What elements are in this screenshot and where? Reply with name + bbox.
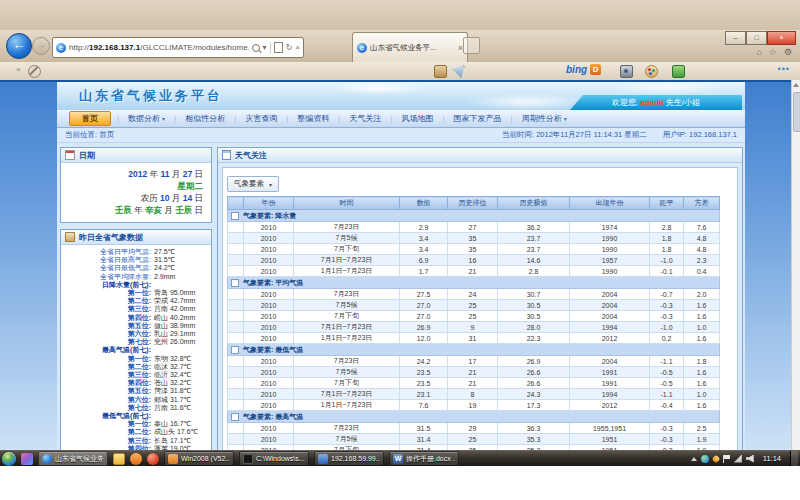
weather-label[interactable]: 第四位: [61, 379, 151, 387]
element-group-row[interactable]: 气象要素: 平均气温 [228, 277, 720, 289]
media-center-icon[interactable] [21, 453, 33, 465]
taskbar-window-ie[interactable]: 山东省气候业务... [38, 451, 108, 466]
weather-label[interactable]: 第一位: [61, 355, 151, 363]
puzzle-addon-icon[interactable] [672, 65, 685, 78]
chevron-down-icon[interactable]: ▾ [263, 43, 267, 52]
folder-icon[interactable] [113, 453, 125, 465]
nav-item-3[interactable]: 相似性分析 [176, 113, 234, 124]
nav-item-9[interactable]: 周期性分析▾ [513, 113, 576, 124]
nav-item-2[interactable]: 数据分析▾ [119, 113, 174, 124]
table-row[interactable]: 20107月1日~7月23日23.1824.31994-1.11.0 [228, 389, 720, 400]
weather-label[interactable]: 第一位: [61, 289, 151, 297]
weather-label[interactable]: 第六位: [61, 396, 151, 404]
table-row[interactable]: 20101月1日~7月23日7.61917.32012-0.41.6 [228, 400, 720, 411]
table-row[interactable]: 20107月下旬27.02530.52004-0.31.6 [228, 311, 720, 322]
nav-item-1[interactable]: 首页 [69, 111, 111, 126]
home-icon[interactable] [756, 47, 761, 57]
nav-item-7[interactable]: 风场地图 [392, 113, 442, 124]
net-tray-icon[interactable] [734, 455, 742, 463]
weather-label[interactable]: 全省平均降水量: [61, 273, 151, 281]
weather-label[interactable]: 第三位: [61, 305, 151, 313]
checkbox[interactable] [231, 212, 239, 220]
browser-tab[interactable]: 山东省气候业务平... [352, 32, 468, 63]
taskbar-window-word[interactable]: 操作手册.docx ... [389, 451, 459, 466]
table-row[interactable]: 20107月23日31.52936.31955,1951-0.32.5 [228, 423, 720, 434]
weather-label[interactable]: 第三位: [61, 371, 151, 379]
weather-label[interactable]: 第二位: [61, 363, 151, 371]
checkbox[interactable] [231, 413, 239, 421]
table-row[interactable]: 20107月1日~7月23日26.9928.01994-1.01.0 [228, 322, 720, 333]
compatibility-view-icon[interactable] [274, 42, 283, 53]
close-button[interactable] [767, 31, 796, 45]
url-text[interactable]: http://192.168.137.1/GLCCLIMATE/modules/… [69, 43, 249, 52]
table-row[interactable]: 20101月1日~7月23日1.7212.81990-0.10.4 [228, 266, 720, 277]
palette-icon[interactable] [645, 65, 658, 78]
element-group-row[interactable]: 气象要素: 最低气温 [228, 344, 720, 356]
taskbar-window-cmd[interactable]: C:\Windows\s... [239, 451, 309, 466]
weather-label[interactable]: 全省日平均气温: [61, 248, 151, 256]
blocked-content-icon[interactable] [28, 65, 41, 78]
settings-gear-icon[interactable] [784, 47, 792, 57]
taskbar-clock[interactable]: 11:14 [763, 454, 781, 463]
close-icon[interactable] [16, 65, 21, 74]
table-row[interactable]: 20101月1日~7月23日12.03122.320120.21.6 [228, 333, 720, 344]
search-icon[interactable] [252, 44, 260, 52]
taskbar-window-vm[interactable]: Win2008 (V52... [164, 451, 234, 466]
weather-label[interactable]: 第二位: [61, 297, 151, 305]
back-button[interactable] [6, 33, 32, 59]
wallet-icon[interactable] [434, 65, 447, 78]
more-options-icon[interactable] [778, 64, 790, 74]
weather-label[interactable]: 第四位: [61, 314, 151, 322]
checkbox[interactable] [231, 279, 239, 287]
weather-label[interactable]: 第七位: [61, 404, 151, 412]
weather-label[interactable]: 全省日最低气温: [61, 264, 151, 272]
show-desktop-button[interactable] [790, 451, 798, 467]
player-icon[interactable] [147, 453, 159, 465]
element-group-row[interactable]: 气象要素: 最高气温 [228, 411, 720, 423]
table-row[interactable]: 20107月23日24.21726.92004-1.11.8 [228, 356, 720, 367]
scroll-up-icon[interactable] [793, 83, 799, 87]
table-row[interactable]: 20107月5候31.42535.31951-0.31.9 [228, 434, 720, 445]
bing-logo[interactable]: bing [566, 64, 601, 75]
table-row[interactable]: 20107月5候3.43523.719901.84.8 [228, 233, 720, 244]
nav-item-4[interactable]: 灾害查询 [236, 113, 286, 124]
refresh-icon[interactable]: ↻ [286, 43, 293, 52]
table-row[interactable]: 20107月23日27.52430.72004-0.72.0 [228, 289, 720, 300]
up-tray-icon[interactable] [691, 457, 697, 461]
nav-item-8[interactable]: 国家下发产品 [445, 113, 511, 124]
vol-tray-icon[interactable] [746, 455, 754, 463]
nav-item-5[interactable]: 整编资料 [288, 113, 338, 124]
stop-icon[interactable]: × [295, 43, 300, 52]
camera-icon[interactable] [620, 65, 633, 78]
weather-label[interactable]: 全省日最高气温: [61, 256, 151, 264]
weather-label[interactable]: 第三位: [61, 437, 151, 445]
vertical-scrollbar[interactable] [791, 80, 800, 450]
maximize-button[interactable] [746, 31, 767, 45]
shield-icon[interactable] [130, 453, 142, 465]
table-row[interactable]: 20107月下旬23.52126.61991-0.51.6 [228, 378, 720, 389]
start-button[interactable] [2, 452, 16, 466]
nav-item-6[interactable]: 天气关注 [340, 113, 390, 124]
new-tab-button[interactable] [463, 37, 480, 54]
weather-label[interactable]: 第五位: [61, 387, 151, 395]
taskbar-window-rdp[interactable]: 192.168.59.99... [314, 451, 384, 466]
weather-label[interactable]: 第一位: [61, 420, 151, 428]
send-icon[interactable] [452, 65, 465, 78]
table-row[interactable]: 20107月23日2.92736.219742.87.6 [228, 222, 720, 233]
weather-label[interactable]: 第二位: [61, 428, 151, 436]
flag-tray-icon[interactable] [723, 455, 730, 463]
element-group-row[interactable]: 气象要素: 降水量 [228, 210, 720, 222]
checkbox[interactable] [231, 346, 239, 354]
msn-tray-icon[interactable] [701, 455, 709, 463]
scrollbar-thumb[interactable] [793, 92, 800, 132]
table-row[interactable]: 20107月5候27.02530.52004-0.31.6 [228, 300, 720, 311]
weather-label[interactable]: 第六位: [61, 330, 151, 338]
forward-button[interactable] [32, 37, 50, 55]
minimize-button[interactable] [725, 31, 746, 45]
table-row[interactable]: 20107月5候23.52126.61991-0.51.6 [228, 367, 720, 378]
favorites-star-icon[interactable] [769, 47, 777, 57]
upd-tray-icon[interactable] [712, 454, 720, 462]
element-filter-button[interactable]: 气象要素 ▾ [227, 176, 279, 192]
table-row[interactable]: 20107月1日~7月23日6.91614.61957-1.02.3 [228, 255, 720, 266]
weather-label[interactable]: 第五位: [61, 322, 151, 330]
